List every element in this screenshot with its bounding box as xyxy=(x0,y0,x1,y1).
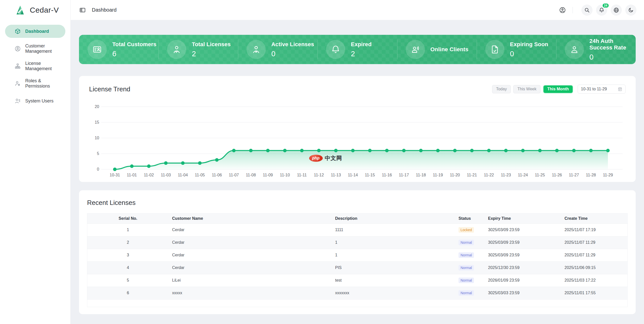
cell-serial: 2 xyxy=(87,236,169,249)
status-badge: Locked xyxy=(459,227,474,233)
sidebar-item-label: Customer Management xyxy=(25,43,65,54)
svg-text:11-02: 11-02 xyxy=(144,173,154,177)
cell-serial: 1 xyxy=(87,224,169,236)
svg-text:10-31: 10-31 xyxy=(110,173,120,177)
cell-status: Normal xyxy=(455,236,485,249)
svg-text:11-09: 11-09 xyxy=(263,173,273,177)
svg-text:11-06: 11-06 xyxy=(212,173,222,177)
search-icon xyxy=(584,7,590,13)
table-row[interactable]: 3 Cerdar 1 Normal 3025/03/09 23:59 2025/… xyxy=(87,249,628,261)
logo-icon xyxy=(14,4,26,16)
cell-description: PIS xyxy=(332,261,455,274)
stat-label: Total Licenses xyxy=(192,41,231,48)
status-badge: Normal xyxy=(459,265,474,271)
stat-value: 2 xyxy=(192,50,231,58)
stat-value: 2 xyxy=(351,50,371,58)
sidebar-item-system-users[interactable]: System Users xyxy=(5,94,65,107)
brand-title: Cedar-V xyxy=(30,6,59,14)
sidebar-item-label: Dashboard xyxy=(25,29,49,34)
table-header-row: Serial No. Customer Name Description Sta… xyxy=(87,213,628,224)
sidebar-item-customer-management[interactable]: Customer Management xyxy=(5,42,65,55)
sidebar-item-roles-permissions[interactable]: Roles & Permissions xyxy=(5,77,65,90)
svg-text:11-28: 11-28 xyxy=(586,173,596,177)
license-trend-chart-area: 0510152010-3111-0111-0211-0311-0411-0511… xyxy=(89,103,626,178)
cell-status: Normal xyxy=(455,249,485,261)
table-row[interactable]: 1 Cerdar 1111 Locked 3025/03/09 23:59 20… xyxy=(87,224,628,236)
stat-online-clients: Online Clients xyxy=(397,40,477,59)
table-row[interactable]: 5 LiLei test Normal 2026/01/09 23:59 202… xyxy=(87,274,628,287)
column-status: Status xyxy=(455,213,485,224)
stat-value: 6 xyxy=(112,50,156,58)
user-circle-icon xyxy=(559,7,566,13)
stat-value: 0 xyxy=(271,50,314,58)
stat-label: Expiring Soon xyxy=(510,41,548,48)
cell-create: 2025/11/03 17:22 xyxy=(561,274,628,287)
notification-badge: 24 xyxy=(602,3,609,8)
column-serial: Serial No. xyxy=(87,213,169,224)
filter-this-week-button[interactable]: This Week xyxy=(513,85,540,93)
table-row[interactable]: 2 Cerdar 1 Normal 3025/03/09 23:59 2025/… xyxy=(87,236,628,249)
svg-text:11-07: 11-07 xyxy=(229,173,239,177)
cell-description: 1 xyxy=(332,249,455,261)
table-row[interactable]: 4 Cerdar PIS Normal 2025/12/30 23:59 202… xyxy=(87,261,628,274)
svg-text:11-27: 11-27 xyxy=(569,173,579,177)
stat-active-licenses: Active Licenses 0 xyxy=(238,40,317,59)
filter-this-month-button[interactable]: This Month xyxy=(543,85,573,93)
notifications-button[interactable]: 24 xyxy=(596,5,607,16)
svg-text:11-29: 11-29 xyxy=(603,173,613,177)
user-x-icon xyxy=(251,45,261,54)
svg-text:11-05: 11-05 xyxy=(195,173,205,177)
cell-expiry: 2025/12/30 23:59 xyxy=(485,261,561,274)
column-customer: Customer Name xyxy=(169,213,332,224)
svg-text:15: 15 xyxy=(95,120,99,124)
user-check-icon xyxy=(172,45,181,54)
svg-text:11-21: 11-21 xyxy=(467,173,477,177)
bell-icon xyxy=(599,7,604,13)
cell-status: Normal xyxy=(455,274,485,287)
stats-banner: Total Customers 6 Total Licenses 2 Activ… xyxy=(79,35,636,64)
stat-label: 24h Auth Success Rate xyxy=(589,38,636,51)
sidebar-item-dashboard[interactable]: Dashboard xyxy=(5,25,65,38)
table-row[interactable]: 6 xxxxx xxxxxxx Normal 3025/03/03 23:59 … xyxy=(87,287,628,299)
panel-icon xyxy=(79,7,86,13)
stat-total-licenses: Total Licenses 2 xyxy=(158,40,238,59)
license-trend-title: License Trend xyxy=(89,85,130,93)
svg-text:11-08: 11-08 xyxy=(246,173,256,177)
cell-create: 2025/11/07 11:29 xyxy=(561,236,628,249)
sidebar-item-license-management[interactable]: License Management xyxy=(5,60,65,73)
globe-icon xyxy=(613,7,619,13)
cell-create: 2025/11/01 17:55 xyxy=(561,287,628,299)
cell-description: 1111 xyxy=(332,224,455,236)
sidebar-collapse-button[interactable] xyxy=(79,6,86,14)
stat-value: 0 xyxy=(589,53,636,61)
bell-icon xyxy=(331,45,340,54)
language-button[interactable] xyxy=(611,5,622,16)
status-badge: Normal xyxy=(459,240,474,245)
topbar: Dashboard 24 xyxy=(71,0,644,20)
filter-today-button[interactable]: Today xyxy=(492,85,511,93)
account-button[interactable] xyxy=(557,5,568,15)
svg-text:11-14: 11-14 xyxy=(348,173,358,177)
cell-expiry: 3025/03/09 23:59 xyxy=(485,249,561,261)
cell-description: xxxxxxx xyxy=(332,287,455,299)
license-trend-chart: 0510152010-3111-0111-0211-0311-0411-0511… xyxy=(89,103,626,178)
cell-description: test xyxy=(332,274,455,287)
page-title: Dashboard xyxy=(92,7,117,13)
stat-label: Active Licenses xyxy=(271,41,314,48)
theme-toggle-button[interactable] xyxy=(625,5,636,16)
topbar-divider xyxy=(573,7,573,13)
svg-text:11-19: 11-19 xyxy=(433,173,443,177)
svg-text:11-03: 11-03 xyxy=(161,173,171,177)
cell-expiry: 3025/03/09 23:59 xyxy=(485,236,561,249)
search-button[interactable] xyxy=(581,5,593,16)
license-trend-card: License Trend Today This Week This Month… xyxy=(79,76,636,182)
svg-text:0: 0 xyxy=(97,167,99,171)
date-range-picker[interactable] xyxy=(578,85,626,94)
stat-expired: Expired 2 xyxy=(317,40,397,59)
system-users-icon xyxy=(15,98,21,104)
svg-text:11-24: 11-24 xyxy=(518,173,528,177)
column-expiry: Expiry Time xyxy=(485,213,561,224)
status-badge: Normal xyxy=(459,290,474,296)
cell-serial: 5 xyxy=(87,274,169,287)
moon-icon xyxy=(628,7,634,13)
